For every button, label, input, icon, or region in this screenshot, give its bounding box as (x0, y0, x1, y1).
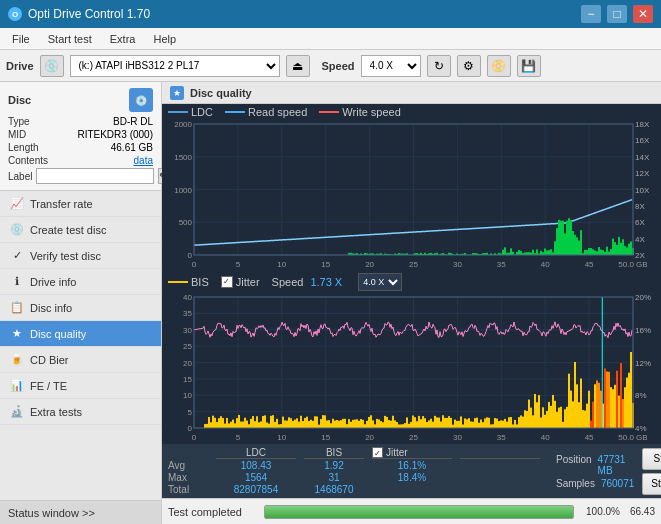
disc-mid-row: MID RITEKDR3 (000) (8, 129, 153, 140)
total-ldc: 82807854 (216, 484, 296, 495)
type-label: Type (8, 116, 30, 127)
disc-panel-title: Disc (8, 94, 31, 106)
length-value: 46.61 GB (111, 142, 153, 153)
sidebar-item-label: Create test disc (30, 224, 106, 236)
disc-type-row: Type BD-R DL (8, 116, 153, 127)
menu-help[interactable]: Help (145, 31, 184, 47)
speed-select-chart[interactable]: 4.0 X (358, 273, 402, 291)
start-part-button[interactable]: Start part (642, 473, 661, 495)
ldc-header: LDC (216, 447, 296, 459)
length-label: Length (8, 142, 39, 153)
mid-value: RITEKDR3 (000) (77, 129, 153, 140)
bis-legend-label: BIS (191, 276, 209, 288)
jitter-checkbox[interactable]: ✓ (221, 276, 233, 288)
title-bar-left: O Opti Drive Control 1.70 (8, 7, 150, 21)
status-window-label: Status window >> (8, 507, 95, 519)
toolbar: Drive 💿 (k:) ATAPI iHBS312 2 PL17 ⏏ Spee… (0, 50, 661, 82)
max-bis: 31 (304, 472, 364, 483)
sidebar-item-disc-info[interactable]: 📋 Disc info (0, 295, 161, 321)
max-jitter: 18.4% (372, 472, 452, 483)
drive-info-icon: ℹ (10, 275, 24, 289)
sidebar-item-drive-info[interactable]: ℹ Drive info (0, 269, 161, 295)
label-input[interactable] (36, 168, 154, 184)
max-ldc: 1564 (216, 472, 296, 483)
chart-title: Disc quality (190, 87, 252, 99)
avg-jitter: 16.1% (372, 460, 452, 471)
write-speed-legend-label: Write speed (342, 106, 401, 118)
total-jitter (372, 484, 452, 495)
max-label: Max (168, 472, 208, 483)
status-window[interactable]: Status window >> (0, 500, 161, 524)
drive-select[interactable]: (k:) ATAPI iHBS312 2 PL17 (70, 55, 280, 77)
refresh-button[interactable]: ↻ (427, 55, 451, 77)
menu-start-test[interactable]: Start test (40, 31, 100, 47)
top-chart (162, 120, 661, 271)
settings-icon-btn[interactable]: ⚙ (457, 55, 481, 77)
close-button[interactable]: ✕ (633, 5, 653, 23)
menu-extra[interactable]: Extra (102, 31, 144, 47)
samples-value: 760071 (601, 478, 634, 489)
samples-label: Samples (556, 478, 595, 489)
title-controls: − □ ✕ (581, 5, 653, 23)
sidebar-item-create-test-disc[interactable]: 💿 Create test disc (0, 217, 161, 243)
progress-text: 100.0% (580, 506, 620, 517)
title-bar: O Opti Drive Control 1.70 − □ ✕ (0, 0, 661, 28)
app-title: Opti Drive Control 1.70 (28, 7, 150, 21)
fe-te-icon: 📊 (10, 379, 24, 393)
max-speed (460, 472, 540, 483)
position-value: 47731 MB (598, 454, 635, 476)
create-test-disc-icon: 💿 (10, 223, 24, 237)
avg-label: Avg (168, 460, 208, 471)
main-layout: Disc 💿 Type BD-R DL MID RITEKDR3 (000) L… (0, 82, 661, 524)
progress-bar (264, 505, 574, 519)
read-speed-legend: Read speed (225, 106, 307, 118)
drive-icon-btn[interactable]: 💿 (40, 55, 64, 77)
sidebar-item-label: Disc quality (30, 328, 86, 340)
cd-bier-icon: 🍺 (10, 353, 24, 367)
sidebar-item-fe-te[interactable]: 📊 FE / TE (0, 373, 161, 399)
progress-fill (265, 506, 573, 518)
maximize-button[interactable]: □ (607, 5, 627, 23)
disc-label-row: Label ✎ (8, 168, 153, 184)
stat-empty (168, 447, 208, 459)
speed-select[interactable]: 4.0 X (361, 55, 421, 77)
write-speed-legend: Write speed (319, 106, 401, 118)
disc-info-icon: 📋 (10, 301, 24, 315)
bis-header: BIS (304, 447, 364, 459)
ldc-legend: LDC (168, 106, 213, 118)
speed-val-bottom: 1.73 X (310, 276, 342, 288)
sidebar-item-extra-tests[interactable]: 🔬 Extra tests (0, 399, 161, 425)
menu-file[interactable]: File (4, 31, 38, 47)
nav-items: 📈 Transfer rate 💿 Create test disc ✓ Ver… (0, 191, 161, 500)
sidebar-item-verify-test-disc[interactable]: ✓ Verify test disc (0, 243, 161, 269)
jitter-header: ✓ Jitter (372, 447, 452, 459)
sidebar-item-transfer-rate[interactable]: 📈 Transfer rate (0, 191, 161, 217)
total-bis: 1468670 (304, 484, 364, 495)
speed-legend-bottom: Speed 1.73 X (272, 276, 343, 288)
minimize-button[interactable]: − (581, 5, 601, 23)
position-label: Position (556, 454, 592, 476)
app-icon: O (8, 7, 22, 21)
sidebar-item-label: CD Bier (30, 354, 69, 366)
disc-contents-row: Contents data (8, 155, 153, 166)
menu-bar: File Start test Extra Help (0, 28, 661, 50)
sidebar-item-disc-quality[interactable]: ★ Disc quality (0, 321, 161, 347)
eject-button[interactable]: ⏏ (286, 55, 310, 77)
disc-write-btn[interactable]: 📀 (487, 55, 511, 77)
sidebar-item-label: FE / TE (30, 380, 67, 392)
speed-label-bottom: Speed (272, 276, 304, 288)
sidebar-item-cd-bier[interactable]: 🍺 CD Bier (0, 347, 161, 373)
sidebar-item-label: Verify test disc (30, 250, 101, 262)
save-btn[interactable]: 💾 (517, 55, 541, 77)
mid-label: MID (8, 129, 26, 140)
disc-length-row: Length 46.61 GB (8, 142, 153, 153)
contents-label: Contents (8, 155, 48, 166)
start-full-button[interactable]: Start full (642, 448, 661, 470)
sidebar-item-label: Extra tests (30, 406, 82, 418)
extra-value: 66.43 (630, 506, 655, 517)
bis-legend: BIS (168, 276, 209, 288)
total-label: Total (168, 484, 208, 495)
speed-header (460, 447, 540, 459)
contents-value[interactable]: data (134, 155, 153, 166)
total-speed (460, 484, 540, 495)
